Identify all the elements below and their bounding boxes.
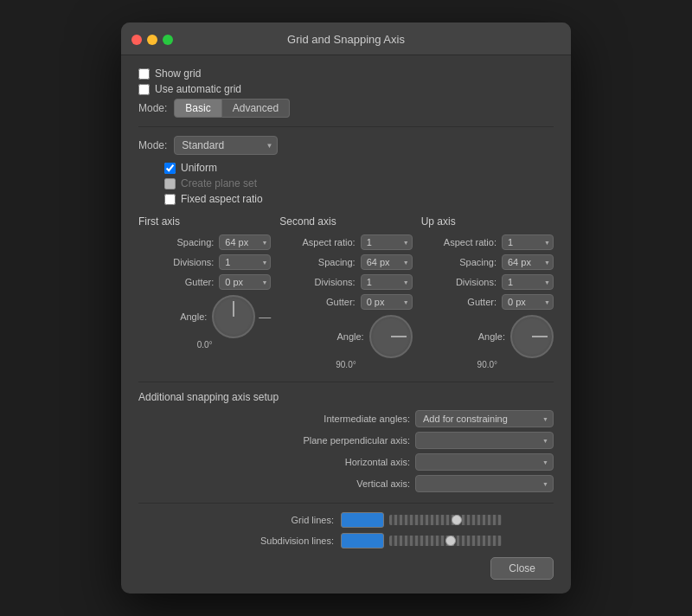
auto-grid-label: Use automatic grid	[155, 83, 241, 95]
second-axis-aspect-row: Aspect ratio: 1	[279, 234, 412, 250]
mode-select[interactable]: Standard Isometric Custom	[174, 136, 278, 155]
second-axis-aspect-wrapper: 1	[361, 234, 413, 250]
second-axis-gutter-row: Gutter: 0 px	[279, 294, 412, 310]
up-axis-aspect-wrapper: 1	[502, 234, 554, 250]
up-axis-spacing-row: Spacing: 64 px	[421, 254, 554, 270]
close-traffic-light[interactable]	[131, 35, 142, 45]
plane-perp-row: Plane perpendicular axis:	[138, 432, 554, 449]
fixed-aspect-checkbox[interactable]	[164, 194, 176, 205]
horizontal-axis-wrapper	[415, 453, 554, 471]
second-axis-title: Second axis	[279, 215, 412, 228]
plane-perp-wrapper	[415, 432, 554, 449]
grid-lines-label: Grid lines:	[239, 515, 334, 525]
up-axis-angle-label: Angle:	[478, 331, 505, 342]
tab-basic[interactable]: Basic	[174, 99, 221, 118]
up-axis-spacing-label: Spacing:	[459, 257, 497, 267]
second-axis-dial[interactable]	[369, 315, 413, 358]
first-axis-gutter-select[interactable]: 0 px	[219, 274, 271, 290]
auto-grid-checkbox[interactable]	[138, 84, 150, 95]
up-axis-gutter-select[interactable]: 0 px	[502, 294, 554, 310]
intermediate-angles-label: Intermediate angles:	[272, 414, 410, 424]
subdivision-lines-label: Subdivision lines:	[239, 536, 334, 546]
uniform-checkbox[interactable]	[164, 163, 176, 174]
second-axis-aspect-select[interactable]: 1	[361, 234, 413, 250]
second-axis-spacing-label: Spacing:	[318, 257, 356, 267]
up-axis-angle-row: Angle:	[421, 315, 554, 358]
second-axis-spacing-select[interactable]: 64 px	[361, 254, 413, 270]
horizontal-axis-row: Horizontal axis:	[138, 453, 554, 471]
vertical-axis-row: Vertical axis:	[138, 475, 554, 492]
up-axis-divisions-label: Divisions:	[456, 277, 497, 287]
subdivision-lines-slider[interactable]	[389, 536, 502, 546]
mode-tabs-label: Mode:	[138, 102, 167, 114]
second-axis-aspect-label: Aspect ratio:	[303, 237, 356, 247]
create-plane-row: Create plane set	[164, 177, 554, 189]
up-axis-dial[interactable]	[510, 315, 554, 358]
main-window: Grid and Snapping Axis Show grid Use aut…	[121, 22, 571, 594]
vertical-axis-select[interactable]	[415, 475, 554, 492]
create-plane-label: Create plane set	[181, 177, 257, 189]
mode-tabs-row: Mode: Basic Advanced	[138, 99, 554, 118]
first-axis-gutter-label: Gutter:	[185, 277, 215, 287]
second-axis-divisions-select[interactable]: 1	[361, 274, 413, 290]
first-axis-col: First axis Spacing: 64 px Divisions: 1	[138, 215, 271, 369]
snapping-title: Additional snapping axis setup	[138, 391, 554, 403]
plane-perp-select[interactable]	[415, 432, 554, 449]
up-axis-divisions-wrapper: 1	[502, 274, 554, 290]
show-grid-checkbox[interactable]	[138, 68, 150, 80]
close-btn-row: Close	[138, 557, 554, 580]
first-axis-divisions-select[interactable]: 1	[219, 254, 271, 270]
snapping-section: Additional snapping axis setup Intermedi…	[138, 391, 554, 492]
horizontal-axis-select[interactable]	[415, 453, 554, 471]
up-axis-aspect-row: Aspect ratio: 1	[421, 234, 554, 250]
uniform-row: Uniform	[164, 162, 554, 174]
intermediate-angles-select[interactable]: Add for constraining	[415, 410, 554, 427]
close-button[interactable]: Close	[490, 557, 554, 580]
tab-group: Basic Advanced	[174, 99, 290, 118]
show-grid-row: Show grid	[138, 67, 554, 80]
subdivision-lines-slider-thumb[interactable]	[445, 536, 456, 546]
fixed-aspect-row: Fixed aspect ratio	[164, 193, 554, 205]
show-grid-label: Show grid	[155, 67, 201, 80]
tab-advanced[interactable]: Advanced	[222, 99, 290, 118]
first-axis-spacing-select[interactable]: 64 px	[219, 234, 271, 250]
second-axis-gutter-select[interactable]: 0 px	[361, 294, 413, 310]
grid-lines-slider[interactable]	[389, 515, 502, 525]
minimize-traffic-light[interactable]	[147, 35, 157, 45]
second-axis-angle-value: 90.0°	[336, 360, 356, 369]
second-axis-angle-row: Angle:	[279, 315, 412, 358]
create-plane-checkbox[interactable]	[164, 178, 176, 189]
intermediate-angles-wrapper: Add for constraining	[415, 410, 554, 427]
up-axis-gutter-label: Gutter:	[467, 297, 497, 307]
up-axis-spacing-wrapper: 64 px	[502, 254, 554, 270]
first-axis-divisions-row: Divisions: 1	[138, 254, 271, 270]
horizontal-axis-label: Horizontal axis:	[272, 457, 410, 467]
up-axis-angle-area: Angle: 90.0°	[421, 315, 554, 369]
first-axis-dial[interactable]	[212, 295, 255, 338]
first-axis-angle-row: Angle: —	[138, 295, 271, 338]
divider-3	[138, 503, 554, 504]
vertical-axis-label: Vertical axis:	[272, 478, 410, 489]
up-axis-dial-line	[532, 336, 548, 337]
up-axis-angle-value: 90.0°	[477, 360, 497, 369]
window-title: Grid and Snapping Axis	[287, 33, 405, 46]
subdivision-lines-color-swatch[interactable]	[341, 533, 384, 549]
maximize-traffic-light[interactable]	[163, 35, 173, 45]
vertical-axis-wrapper	[415, 475, 554, 492]
grid-lines-row: Grid lines:	[138, 512, 554, 528]
up-axis-title: Up axis	[421, 215, 554, 228]
second-axis-angle-area: Angle: 90.0°	[279, 315, 412, 369]
up-axis-aspect-label: Aspect ratio:	[444, 237, 497, 247]
first-axis-dial-line	[233, 301, 234, 317]
up-axis-spacing-select[interactable]: 64 px	[502, 254, 554, 270]
second-axis-angle-label: Angle:	[336, 331, 363, 342]
up-axis-divisions-select[interactable]: 1	[502, 274, 554, 290]
up-axis-divisions-row: Divisions: 1	[421, 274, 554, 290]
first-axis-spacing-wrapper: 64 px	[219, 234, 271, 250]
first-axis-divisions-wrapper: 1	[219, 254, 271, 270]
mode-select-row: Mode: Standard Isometric Custom	[138, 136, 554, 155]
up-axis-aspect-select[interactable]: 1	[502, 234, 554, 250]
grid-lines-color-swatch[interactable]	[341, 512, 384, 528]
grid-lines-slider-thumb[interactable]	[452, 515, 462, 525]
up-axis-gutter-row: Gutter: 0 px	[421, 294, 554, 310]
